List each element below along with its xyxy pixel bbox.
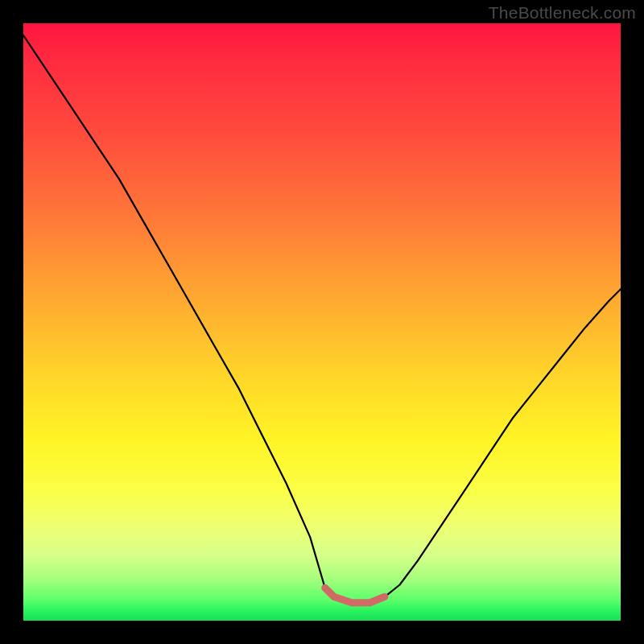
bottleneck-curve-line: [23, 35, 621, 603]
chart-svg: [23, 23, 621, 621]
watermark-text: TheBottleneck.com: [489, 3, 636, 23]
plot-area: [23, 23, 621, 621]
optimal-range-highlight-line: [325, 588, 385, 603]
chart-frame: TheBottleneck.com: [0, 0, 644, 644]
